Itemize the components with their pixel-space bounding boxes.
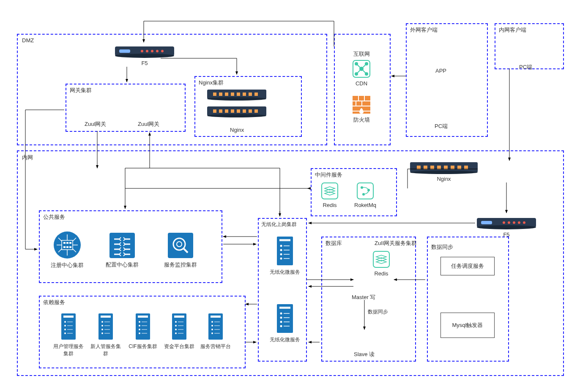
server-icon: [134, 313, 151, 341]
zuul2: Zuul网关: [138, 120, 159, 128]
svg-point-147: [211, 332, 213, 334]
zuul-service-label: ZuII网关服务集群: [375, 240, 417, 247]
scheduler-box: 任务调度服务: [440, 257, 495, 275]
zuul1: Zuul网关: [85, 120, 106, 128]
svg-point-116: [101, 329, 103, 330]
svg-rect-133: [174, 316, 184, 318]
nginx-label: Nginx: [230, 127, 244, 133]
svg-point-105: [64, 325, 66, 327]
svg-point-106: [64, 329, 66, 330]
nginx-cluster-label: Nginx集群: [199, 79, 224, 87]
svg-point-145: [211, 325, 213, 327]
svg-rect-41: [231, 109, 234, 113]
dep-user: 用户管理服务集群: [52, 313, 85, 357]
svg-rect-32: [237, 93, 240, 96]
dep-cif: CIF服务集群: [126, 313, 160, 350]
rocketmq-icon: [356, 182, 375, 200]
svg-point-146: [211, 329, 213, 330]
svg-rect-43: [243, 109, 246, 113]
svg-rect-38: [213, 109, 216, 113]
svg-point-104: [64, 321, 66, 323]
svg-rect-123: [138, 316, 148, 318]
sync-section-label: 数据同步: [431, 243, 453, 251]
config-node: 配置中心集群: [106, 231, 139, 269]
db-sync: 数据同步: [368, 308, 388, 316]
dep-marketing: 服务营销平台: [199, 313, 233, 350]
svg-point-126: [139, 329, 140, 330]
svg-rect-20: [119, 49, 130, 53]
cdn-icon-node: CDN: [352, 59, 371, 87]
svg-rect-60: [464, 166, 468, 169]
svg-point-95: [280, 317, 282, 319]
registry-node: 注册中心集群: [51, 230, 84, 269]
svg-point-86: [280, 253, 282, 256]
switch-icon: [207, 90, 266, 101]
svg-point-85: [280, 249, 282, 251]
svg-rect-31: [231, 93, 234, 96]
svg-point-107: [64, 332, 66, 334]
svg-rect-47: [357, 183, 373, 199]
svg-line-6: [356, 64, 361, 69]
svg-point-137: [175, 332, 177, 334]
firewall-icon: [352, 95, 371, 114]
nginx-switch-2: [207, 106, 266, 117]
svg-point-160: [523, 221, 525, 224]
monitor-icon: [167, 231, 194, 259]
database-label: 数据库: [326, 240, 342, 247]
nginx-intranet-node: Nginx: [410, 162, 478, 182]
svg-rect-55: [430, 166, 434, 169]
svg-point-94: [280, 313, 282, 315]
redis-icon: [372, 250, 391, 269]
router-icon: [477, 215, 536, 230]
svg-point-158: [513, 221, 515, 224]
svg-point-23: [151, 50, 153, 52]
svg-point-154: [477, 225, 536, 229]
svg-point-22: [146, 50, 148, 52]
internet-title: 互联网: [338, 49, 385, 58]
svg-point-84: [280, 245, 282, 247]
svg-point-157: [508, 221, 510, 224]
svg-rect-103: [63, 316, 74, 318]
svg-point-96: [280, 321, 282, 323]
server-icon: [171, 313, 188, 341]
svg-rect-40: [225, 109, 228, 113]
server-icon: [275, 236, 295, 267]
svg-rect-34: [249, 93, 252, 96]
svg-rect-44: [249, 109, 252, 113]
external-app: APP: [435, 68, 446, 74]
dependent-label: 依赖服务: [43, 299, 65, 306]
switch-icon: [410, 162, 478, 174]
svg-point-159: [518, 221, 520, 224]
svg-rect-83: [279, 239, 290, 241]
svg-rect-54: [424, 166, 427, 169]
svg-rect-67: [66, 246, 68, 248]
cdn-icon: [352, 59, 371, 79]
switch-icon: [207, 106, 266, 117]
svg-rect-39: [219, 109, 222, 113]
dep-newuser: 新人管服务集群: [89, 313, 123, 357]
rocketmq-node: RoketMq: [354, 182, 376, 208]
internal-client-label: 内网客户端: [499, 26, 526, 34]
paperless-svc1: 无纸化微服务: [270, 236, 300, 276]
intranet-label: 内网: [22, 154, 33, 161]
svg-point-144: [211, 321, 213, 323]
redis-mw-node: Redis: [320, 182, 339, 208]
paperless-svc2: 无纸化微服务: [270, 303, 300, 343]
svg-rect-155: [481, 221, 492, 224]
server-icon: [60, 313, 77, 341]
svg-rect-30: [225, 93, 228, 96]
svg-rect-29: [219, 93, 222, 96]
firewall-icon-node: 防火墙: [352, 95, 371, 124]
svg-line-8: [356, 69, 361, 74]
svg-point-134: [175, 321, 177, 323]
svg-point-136: [175, 329, 177, 330]
registry-icon: [52, 230, 82, 260]
svg-point-87: [280, 258, 282, 260]
svg-rect-56: [437, 166, 441, 169]
svg-point-117: [101, 332, 103, 334]
nginx-switch-1: [207, 90, 266, 101]
external-pc: PC端: [435, 122, 448, 130]
public-service-label: 公共服务: [43, 213, 65, 221]
svg-rect-58: [451, 166, 454, 169]
svg-rect-69: [109, 233, 135, 258]
